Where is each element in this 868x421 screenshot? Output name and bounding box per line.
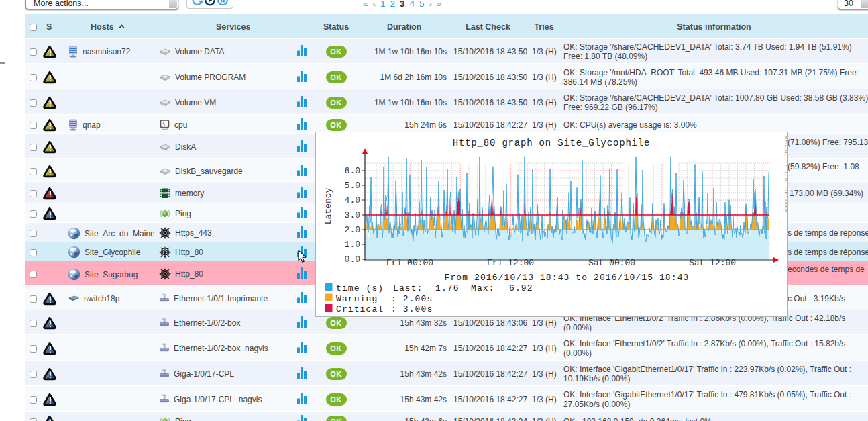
svg-text:Fri 00:00: Fri 00:00 [386,258,433,268]
svg-text:From 2016/10/13 18:43 to 2016/: From 2016/10/13 18:43 to 2016/10/15 18:4… [445,273,690,283]
svg-text:Fri 12:00: Fri 12:00 [487,258,534,268]
svg-text:Sat 00:00: Sat 00:00 [588,258,635,268]
svg-text:1.0: 1.0 [345,240,360,250]
svg-text:0.0: 0.0 [345,254,360,265]
svg-text:6.0: 6.0 [345,166,360,176]
svg-text:Latency: Latency [323,187,333,224]
svg-text:Warning: 2.00s: Warning: 2.00s [336,294,433,304]
svg-text:3.0: 3.0 [345,210,360,220]
svg-text:time (s)Last:1.76Max:6.92: time (s)Last:1.76Max:6.92 [336,283,533,293]
svg-text:4.0: 4.0 [345,195,360,205]
svg-text:Sat 12:00: Sat 12:00 [689,258,736,268]
svg-text:Critical: 3.00s: Critical: 3.00s [336,304,433,314]
svg-text:Http_80 graph on Site_Glycophi: Http_80 graph on Site_Glycophile [453,138,650,148]
svg-text:RRDTOOL / TOBI OETIKER: RRDTOOL / TOBI OETIKER [783,136,787,212]
svg-text:5.0: 5.0 [345,181,360,191]
svg-text:2.0: 2.0 [345,225,360,235]
